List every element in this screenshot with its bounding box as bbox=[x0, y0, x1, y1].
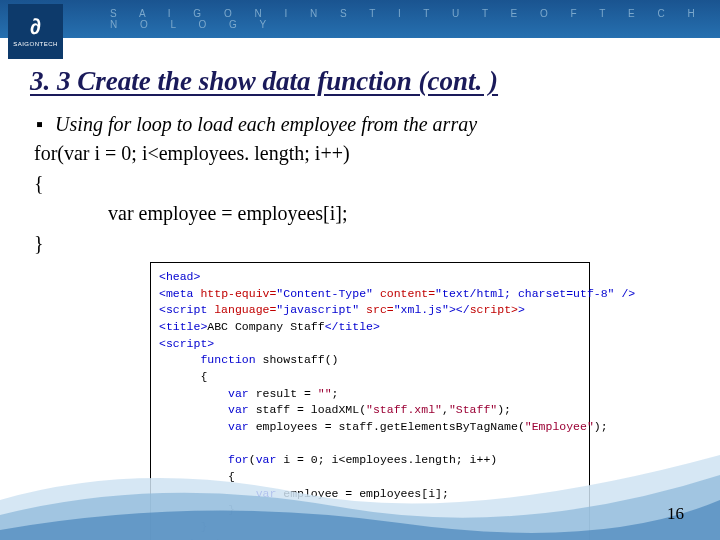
bullet-marker-icon: ▪ bbox=[36, 113, 43, 136]
logo-text: SAIGONTECH bbox=[13, 41, 58, 47]
header-bar: ∂ SAIGONTECH S A I G O N I N S T I T U T… bbox=[0, 0, 720, 38]
code-line-3: var employee = employees[i]; bbox=[108, 198, 690, 228]
page-number: 16 bbox=[667, 504, 684, 524]
code-line-4: } bbox=[34, 228, 690, 258]
slide-content: 3. 3 Create the show data function (cont… bbox=[0, 38, 720, 540]
code-line-1: for(var i = 0; i<employees. length; i++) bbox=[34, 138, 690, 168]
logo-symbol: ∂ bbox=[30, 16, 41, 38]
code-snippet: <head> <meta http-equiv="Content-Type" c… bbox=[159, 269, 581, 540]
header-org-text: S A I G O N I N S T I T U T E O F T E C … bbox=[110, 8, 720, 30]
slide-title: 3. 3 Create the show data function (cont… bbox=[30, 66, 690, 97]
code-line-2: { bbox=[34, 168, 690, 198]
logo: ∂ SAIGONTECH bbox=[8, 4, 63, 59]
bullet-item: ▪ Using for loop to load each employee f… bbox=[36, 113, 690, 136]
bullet-text: Using for loop to load each employee fro… bbox=[55, 113, 477, 136]
code-screenshot-box: <head> <meta http-equiv="Content-Type" c… bbox=[150, 262, 590, 540]
